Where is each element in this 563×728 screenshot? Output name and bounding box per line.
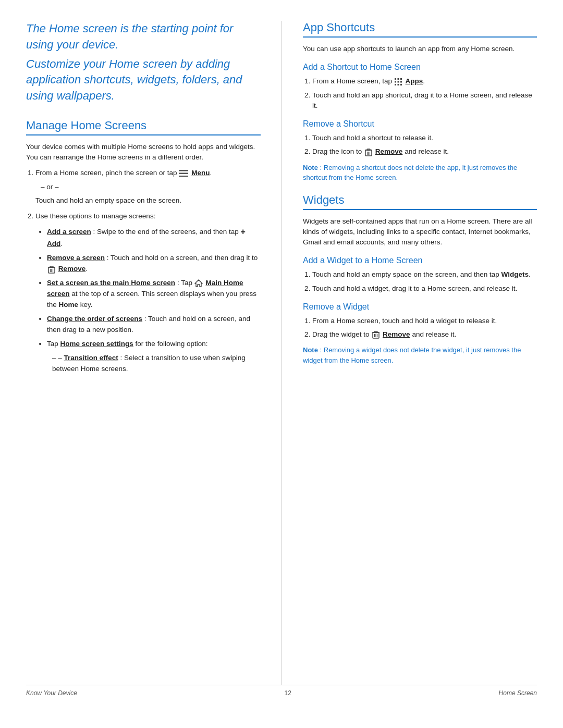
add-widget-step-1: Touch and hold an empty space on the scr… <box>312 269 537 280</box>
step1-period: . <box>210 169 212 177</box>
page: The Home screen is the starting point fo… <box>0 0 563 728</box>
manage-options-list: Add a screen : Swipe to the end of the s… <box>47 226 261 374</box>
footer-right: Home Screen <box>499 689 537 697</box>
option-home-screen-settings: Tap Home screen settings for the followi… <box>47 339 261 375</box>
option-set-main-screen: Set a screen as the main Home screen : T… <box>47 278 261 311</box>
page-footer: Know Your Device 12 Home Screen <box>26 685 537 697</box>
footer-page-number: 12 <box>285 689 291 697</box>
remove-shortcut-label: Remove <box>375 147 403 155</box>
home-icon <box>194 279 203 287</box>
remove-screen-text: : Touch and hold on a screen, and then d… <box>107 254 258 262</box>
right-column: App Shortcuts You can use app shortcuts … <box>282 21 537 685</box>
svg-rect-0 <box>179 170 188 171</box>
step1-text: From a Home screen, pinch the screen or … <box>35 169 179 177</box>
remove-widget-note: Note : Removing a widget does not delete… <box>303 345 537 365</box>
note-label-2: Note <box>303 346 318 354</box>
svg-rect-12 <box>400 78 402 80</box>
svg-rect-1 <box>179 172 188 174</box>
svg-rect-16 <box>395 84 396 85</box>
svg-rect-10 <box>395 78 396 80</box>
remove-shortcut-title: Remove a Shortcut <box>303 119 537 129</box>
remove-widget-step-1: From a Home screen, touch and hold a wid… <box>312 316 537 326</box>
svg-rect-11 <box>397 78 399 80</box>
remove-widget-steps: From a Home screen, touch and hold a wid… <box>312 316 537 340</box>
add-shortcut-step-2: Touch and hold an app shortcut, drag it … <box>312 90 537 112</box>
step2-text: Use these options to manage screens: <box>35 212 155 220</box>
trash-icon-remove-screen <box>48 265 55 274</box>
add-shortcut-step-1: From a Home screen, tap <box>312 76 537 87</box>
option-change-order: Change the order of screens : Touch and … <box>47 314 261 336</box>
add-widget-steps: Touch and hold an empty space on the scr… <box>312 269 537 294</box>
add-shortcut-steps: From a Home screen, tap <box>312 76 537 111</box>
widgets-title: Widgets <box>303 193 537 210</box>
add-shortcut-title: Add a Shortcut to Home Screen <box>303 63 537 72</box>
remove-shortcut-note: Note : Removing a shortcut does not dele… <box>303 163 537 183</box>
svg-rect-13 <box>395 81 396 82</box>
manage-step-1: From a Home screen, pinch the screen or … <box>35 168 261 206</box>
svg-marker-9 <box>195 280 202 287</box>
add-screen-text: : Swipe to the end of the screens, and t… <box>93 228 241 236</box>
step1-or: – or – <box>41 182 261 192</box>
remove-shortcut-step-1: Touch and hold a shortcut to release it. <box>312 133 537 143</box>
manage-home-screens-title: Manage Home Screens <box>26 119 261 135</box>
transition-effect-label: Transition effect <box>64 354 118 362</box>
apps-grid-icon <box>394 78 402 86</box>
app-shortcuts-title: App Shortcuts <box>303 21 537 38</box>
option-add-screen: Add a screen : Swipe to the end of the s… <box>47 226 261 250</box>
home-key-label: Home <box>59 301 79 309</box>
remove-shortcut-steps: Touch and hold a shortcut to release it.… <box>312 133 537 157</box>
step1-touch: Touch and hold an empty space on the scr… <box>35 195 261 206</box>
widgets-label: Widgets <box>501 270 529 278</box>
trash-icon-shortcut <box>365 148 372 156</box>
two-column-layout: The Home screen is the starting point fo… <box>26 21 537 685</box>
add-label: Add <box>47 240 60 248</box>
plus-icon: + <box>241 226 246 239</box>
add-widget-step-2: Touch and hold a widget, drag it to a Ho… <box>312 283 537 294</box>
remove-label: Remove <box>58 265 86 273</box>
transition-effect-option: – Transition effect : Select a transitio… <box>52 353 261 375</box>
widgets-desc: Widgets are self-contained apps that run… <box>303 216 537 248</box>
svg-rect-18 <box>400 84 402 85</box>
settings-sub-options: – Transition effect : Select a transitio… <box>52 353 261 375</box>
option-remove-screen: Remove a screen : Touch and hold on a sc… <box>47 253 261 275</box>
remove-screen-label: Remove a screen <box>47 254 105 262</box>
remove-shortcut-step-2: Drag the icon to Remove and release it. <box>312 146 537 157</box>
svg-rect-15 <box>400 81 402 82</box>
manage-steps-list: From a Home screen, pinch the screen or … <box>35 168 261 374</box>
menu-icon <box>179 170 188 177</box>
svg-rect-2 <box>179 176 188 177</box>
remove-widget-label: Remove <box>383 330 410 338</box>
step1-menu-label: Menu <box>191 169 210 177</box>
change-order-label: Change the order of screens <box>47 315 142 323</box>
apps-label: Apps <box>406 77 423 85</box>
app-shortcuts-desc: You can use app shortcuts to launch an a… <box>303 44 537 54</box>
left-column: The Home screen is the starting point fo… <box>26 21 261 685</box>
svg-rect-14 <box>397 81 399 82</box>
intro-text-1: The Home screen is the starting point fo… <box>26 21 261 53</box>
footer-left: Know Your Device <box>26 689 77 697</box>
manage-home-screens-desc: Your device comes with multiple Home scr… <box>26 142 261 163</box>
manage-step-2: Use these options to manage screens: Add… <box>35 211 261 374</box>
add-widget-title: Add a Widget to a Home Screen <box>303 256 537 265</box>
intro-text-2: Customize your Home screen by adding app… <box>26 56 261 104</box>
trash-icon-widget <box>372 330 380 339</box>
svg-rect-17 <box>397 84 399 85</box>
set-main-label: Set a screen as the main Home screen <box>47 279 175 287</box>
remove-widget-title: Remove a Widget <box>303 302 537 312</box>
home-screen-settings-label: Home screen settings <box>60 340 133 348</box>
note-label-1: Note <box>303 164 318 171</box>
add-screen-label: Add a screen <box>47 228 91 236</box>
remove-widget-step-2: Drag the widget to Remove and release it <box>312 329 537 340</box>
